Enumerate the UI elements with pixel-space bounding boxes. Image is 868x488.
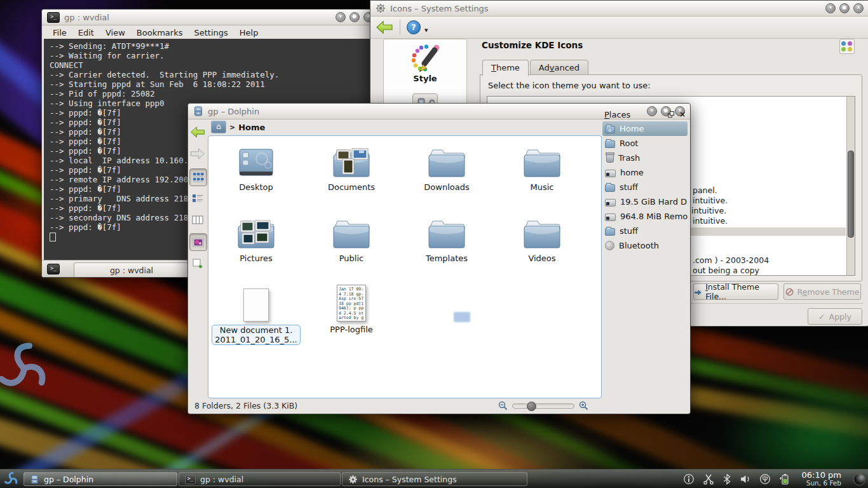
menu-file[interactable]: File — [47, 27, 72, 39]
pictures-folder-icon — [236, 217, 276, 250]
terminal-icon: >_ — [185, 475, 196, 484]
close-panel-icon[interactable]: × — [679, 111, 686, 118]
file-manager-icon — [193, 106, 203, 116]
folder-icon — [522, 146, 562, 179]
place-bluetooth[interactable]: Bluetooth — [602, 238, 688, 253]
icons-view-button[interactable] — [189, 168, 207, 186]
folder-icon — [605, 140, 615, 148]
detach-panel-icon[interactable] — [668, 111, 674, 118]
dot-icon — [848, 47, 852, 51]
place-stuff-2[interactable]: stuff — [602, 224, 688, 238]
file-item-pictures[interactable]: Pictures — [208, 211, 304, 282]
back-button[interactable] — [376, 20, 393, 35]
theme-description-fragment: intuitive. — [691, 206, 726, 215]
split-view-button[interactable] — [189, 255, 206, 271]
menu-settings[interactable]: Settings — [188, 27, 233, 39]
theme-credit-fragment: .com ) - 2003-2004 — [693, 255, 769, 265]
file-item-templates[interactable]: Templates — [399, 211, 494, 282]
zoom-slider-handle[interactable] — [527, 402, 536, 411]
place-root[interactable]: Root — [602, 136, 688, 151]
forward-arrow-icon — [190, 147, 205, 161]
zoom-in-icon[interactable] — [579, 401, 588, 410]
tab-theme[interactable]: Theme — [482, 60, 529, 76]
menu-edit[interactable]: Edit — [72, 27, 100, 39]
konsole-titlebar[interactable]: >_ gp : wvdial ▾ ● × — [42, 10, 379, 25]
forward-button[interactable] — [189, 146, 206, 162]
trash-icon — [606, 154, 614, 163]
places-panel: Places × ⌂ Home Root Trash — [602, 107, 688, 398]
terminal-line: --> Carrier detected. Starting PPP immed… — [50, 70, 371, 79]
file-item-downloads[interactable]: Downloads — [399, 140, 494, 211]
application-launcher-button[interactable] — [0, 470, 23, 488]
file-item-documents[interactable]: Documents — [304, 140, 399, 211]
konsole-menubar: File Edit View Bookmarks Settings Help — [42, 25, 379, 40]
folder-icon — [426, 146, 467, 179]
info-notifications-icon[interactable] — [683, 473, 695, 485]
split-view-icon — [193, 259, 203, 268]
file-item-new-document[interactable]: New document 1. 2011_01_20_16_5... — [208, 282, 304, 353]
battery-icon[interactable] — [779, 473, 789, 485]
file-item-videos[interactable]: Videos — [494, 211, 590, 282]
task-dolphin[interactable]: gp – Dolphin — [24, 472, 177, 486]
close-button[interactable]: × — [853, 3, 864, 13]
documents-folder-icon — [331, 146, 372, 179]
breadcrumb-current[interactable]: Home — [238, 123, 265, 132]
minimize-button[interactable]: ▾ — [825, 3, 836, 13]
device-notifier-usb-icon[interactable] — [759, 473, 771, 485]
sidebar-item-style[interactable]: Style — [384, 39, 466, 83]
menu-view[interactable]: View — [100, 27, 131, 39]
minimize-button[interactable]: ▾ — [336, 12, 346, 22]
system-settings-toolbar: ? ▼ — [370, 17, 868, 39]
folder-view[interactable]: Desktop Doc — [208, 135, 602, 398]
system-tray: 06:10 pm Sun, 6 Feb — [683, 471, 868, 487]
place-removable-drive[interactable]: 964.8 MiB Remov... — [602, 209, 688, 224]
remove-theme-button[interactable]: Remove Theme — [783, 283, 861, 300]
install-theme-button[interactable]: Install Theme File... — [693, 283, 778, 300]
new-tab-button[interactable]: >_ — [47, 264, 60, 274]
place-home[interactable]: ⌂ Home — [602, 121, 688, 136]
zoom-out-icon[interactable] — [498, 401, 508, 410]
wallpaper-swirl-logo — [0, 341, 52, 396]
icons-view-icon — [193, 172, 204, 182]
menu-bookmarks[interactable]: Bookmarks — [131, 27, 189, 39]
maximize-button[interactable]: ● — [839, 3, 850, 13]
file-item-public[interactable]: Public — [304, 211, 399, 282]
clock-widget[interactable]: 06:10 pm Sun, 6 Feb — [801, 471, 841, 487]
gear-icon — [376, 3, 386, 13]
columns-view-button[interactable] — [189, 212, 206, 228]
back-button[interactable] — [189, 124, 206, 140]
page-title: Customize KDE Icons — [482, 40, 583, 50]
theme-list-scrollbar[interactable] — [846, 97, 855, 275]
preview-toggle-button[interactable] — [189, 233, 207, 251]
place-stuff[interactable]: stuff — [602, 180, 688, 194]
volume-icon[interactable] — [740, 474, 751, 484]
hard-drive-icon — [605, 199, 616, 207]
file-item-music[interactable]: Music — [494, 140, 590, 211]
help-dropdown-caret-icon[interactable]: ▼ — [424, 28, 428, 33]
system-settings-titlebar[interactable]: Icons – System Settings ▾ ● × — [370, 1, 868, 17]
konsole-window-title: gp : wvdial — [64, 13, 109, 22]
konsole-tab[interactable]: gp : wvdial >_ — [74, 262, 189, 277]
breadcrumb-home-button[interactable]: ⌂ — [211, 121, 226, 133]
details-view-icon — [192, 194, 203, 203]
zoom-slider[interactable] — [512, 403, 574, 409]
scrollbar-thumb[interactable] — [848, 151, 854, 238]
help-button[interactable]: ? — [407, 20, 421, 34]
columns-view-icon — [192, 215, 203, 224]
place-trash[interactable]: Trash — [602, 151, 688, 165]
maximize-button[interactable]: ● — [349, 12, 360, 22]
panel-cashew-icon[interactable] — [853, 473, 865, 485]
task-konsole[interactable]: >_ gp : wvdial — [179, 472, 341, 486]
menu-help[interactable]: Help — [234, 27, 264, 39]
klipper-scissors-icon[interactable] — [703, 473, 714, 485]
overview-button[interactable] — [839, 39, 855, 54]
bluetooth-icon[interactable] — [722, 473, 731, 485]
window-dolphin: gp – Dolphin ▾ ● × ⌂ > Home — [187, 103, 691, 414]
place-home-partition[interactable]: home — [602, 165, 688, 180]
file-item-desktop[interactable]: Desktop — [208, 140, 304, 211]
apply-button[interactable]: ✓ Apply — [808, 308, 862, 325]
details-view-button[interactable] — [189, 190, 206, 207]
place-hard-drive[interactable]: 19.5 GiB Hard Drive — [602, 194, 688, 209]
file-item-ppp-logfile[interactable]: Jan 17 09:4 7:18 gp-Asp ire-5738 pp pd[1… — [304, 282, 399, 353]
task-system-settings[interactable]: Icons – System Settings — [342, 472, 527, 486]
